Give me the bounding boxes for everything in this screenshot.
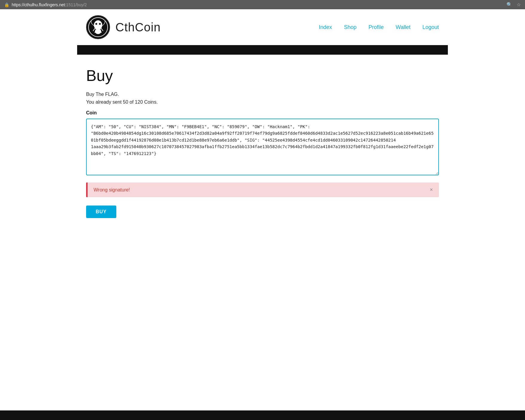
site-header: CthCoin Index Shop Profile Wallet Logout xyxy=(77,9,448,45)
browser-bar: 🔒 https://cthulhu.fluxfingers.net:1511/b… xyxy=(0,0,525,9)
url-prefix: https://cthulhu.fluxfingers.net: xyxy=(12,2,66,7)
search-icon[interactable]: 🔍 xyxy=(506,2,512,7)
site-nav: Index Shop Profile Wallet Logout xyxy=(319,24,439,30)
black-banner-bottom xyxy=(0,410,525,420)
svg-point-3 xyxy=(99,23,101,25)
browser-icons: 🔍 ☆ xyxy=(506,2,521,7)
nav-index[interactable]: Index xyxy=(319,24,332,30)
coin-textarea[interactable]: {"AM": "50", "CU": "NIST384", "MN": "F9B… xyxy=(86,119,439,175)
page-wrapper: CthCoin Index Shop Profile Wallet Logout… xyxy=(77,9,448,236)
site-title: CthCoin xyxy=(115,21,161,34)
main-content: Buy Buy The FLAG. You already sent 50 of… xyxy=(77,55,448,236)
logo-section: CthCoin xyxy=(86,15,161,39)
svg-point-4 xyxy=(95,29,101,34)
buy-coins-info: You already sent 50 of 120 Coins. xyxy=(86,99,439,105)
svg-point-2 xyxy=(95,23,97,25)
error-text: Wrong signature! xyxy=(94,187,130,193)
logo-icon xyxy=(88,17,109,38)
nav-shop[interactable]: Shop xyxy=(344,24,357,30)
url-section: 🔒 https://cthulhu.fluxfingers.net:1511/b… xyxy=(4,2,87,7)
close-alert-button[interactable]: × xyxy=(430,187,433,193)
star-icon[interactable]: ☆ xyxy=(517,2,521,7)
error-alert: Wrong signature! × xyxy=(86,183,439,197)
url-port: 1511/buy/2 xyxy=(66,2,87,7)
coin-label: Coin xyxy=(86,110,439,116)
buy-button[interactable]: BUY xyxy=(86,206,116,218)
nav-logout[interactable]: Logout xyxy=(422,24,439,30)
lock-icon: 🔒 xyxy=(4,2,9,7)
url-text: https://cthulhu.fluxfingers.net:1511/buy… xyxy=(12,2,87,7)
nav-profile[interactable]: Profile xyxy=(369,24,384,30)
black-banner-top xyxy=(77,45,448,55)
page-heading: Buy xyxy=(86,67,439,85)
buy-description: Buy The FLAG. xyxy=(86,92,439,97)
logo-circle xyxy=(86,15,110,39)
nav-wallet[interactable]: Wallet xyxy=(396,24,410,30)
